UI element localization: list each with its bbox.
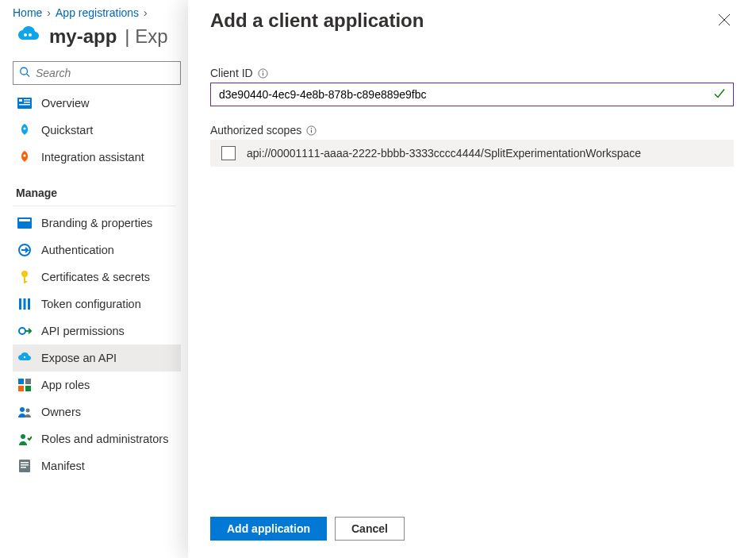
svg-point-9 (23, 127, 25, 129)
sidebar-item-label: API permissions (41, 325, 125, 337)
sidebar: OverviewQuickstartIntegration assistant … (0, 61, 187, 479)
sidebar-item-label: App roles (41, 379, 90, 391)
sidebar-item-label: Token configuration (41, 298, 141, 310)
svg-rect-17 (19, 298, 21, 310)
client-id-input[interactable] (210, 83, 734, 106)
svg-rect-29 (19, 460, 30, 472)
sidebar-item-label: Overview (41, 97, 89, 110)
manage-section-title: Manage (13, 171, 176, 206)
svg-rect-19 (28, 298, 30, 310)
chevron-right-icon: › (144, 6, 148, 19)
sidebar-item-api-permissions[interactable]: API permissions (13, 317, 181, 344)
search-icon (19, 67, 30, 80)
sidebar-item-label: Certificates & secrets (41, 271, 150, 283)
auth-icon (17, 243, 32, 257)
client-id-label: Client ID (210, 67, 734, 79)
svg-point-27 (26, 409, 30, 413)
svg-rect-32 (21, 467, 26, 468)
sidebar-item-branding-properties[interactable]: Branding & properties (13, 210, 181, 237)
breadcrumb-home[interactable]: Home (13, 6, 42, 19)
sidebar-item-roles-and-administrators[interactable]: Roles and administrators (13, 425, 181, 452)
sidebar-item-label: Integration assistant (41, 151, 144, 164)
chevron-right-icon: › (47, 6, 51, 19)
svg-point-0 (24, 33, 27, 37)
svg-rect-24 (18, 386, 24, 391)
page-subtitle: | Exp (125, 25, 167, 48)
svg-rect-31 (21, 464, 29, 466)
sidebar-item-token-configuration[interactable]: Token configuration (13, 291, 181, 317)
sidebar-item-integration-assistant[interactable]: Integration assistant (13, 144, 181, 171)
search-input[interactable] (13, 61, 181, 85)
approles-icon (17, 378, 32, 392)
expose-icon (17, 351, 32, 365)
sidebar-item-label: Branding & properties (41, 217, 152, 229)
svg-rect-8 (19, 104, 30, 106)
sidebar-search (13, 61, 181, 85)
svg-point-39 (311, 127, 312, 128)
authorized-scopes-label: Authorized scopes (210, 124, 734, 137)
svg-point-20 (19, 328, 25, 334)
svg-rect-30 (21, 462, 29, 464)
svg-line-3 (27, 74, 30, 77)
svg-rect-6 (24, 99, 30, 101)
svg-point-14 (21, 271, 28, 277)
svg-point-36 (262, 70, 263, 71)
svg-rect-18 (24, 298, 26, 310)
roles-icon (17, 432, 32, 446)
checkmark-icon (713, 87, 726, 102)
overview-icon (17, 96, 32, 110)
sidebar-item-label: Manifest (41, 460, 85, 472)
add-application-button[interactable]: Add application (210, 517, 327, 541)
scope-checkbox[interactable] (221, 146, 236, 160)
sidebar-item-label: Owners (41, 406, 81, 418)
svg-rect-23 (25, 379, 31, 384)
sidebar-item-label: Quickstart (41, 124, 93, 137)
sidebar-item-quickstart[interactable]: Quickstart (13, 117, 181, 144)
svg-point-10 (23, 154, 25, 156)
svg-point-2 (21, 67, 28, 75)
sidebar-item-certificates-secrets[interactable]: Certificates & secrets (13, 264, 181, 291)
owners-icon (17, 405, 32, 419)
sidebar-item-manifest[interactable]: Manifest (13, 452, 181, 479)
info-icon[interactable] (306, 125, 317, 136)
breadcrumb-appreg[interactable]: App registrations (56, 6, 139, 19)
panel-title: Add a client application (210, 10, 424, 32)
close-icon (718, 13, 731, 26)
svg-rect-37 (263, 72, 263, 75)
token-icon (17, 297, 32, 311)
svg-point-28 (21, 434, 25, 439)
add-client-panel: Add a client application Client ID Autho… (188, 0, 756, 558)
svg-rect-25 (25, 386, 31, 391)
cancel-button[interactable]: Cancel (335, 517, 405, 541)
svg-rect-16 (24, 281, 27, 283)
close-button[interactable] (715, 10, 734, 32)
svg-point-21 (24, 356, 25, 358)
svg-rect-22 (18, 379, 24, 384)
sidebar-item-label: Expose an API (41, 352, 117, 364)
svg-rect-40 (311, 129, 312, 133)
cloud-app-icon (13, 24, 41, 48)
sidebar-item-label: Authentication (41, 244, 114, 256)
scope-row: api://00001111-aaaa-2222-bbbb-3333cccc44… (210, 140, 734, 167)
svg-rect-5 (19, 99, 22, 102)
sidebar-item-overview[interactable]: Overview (13, 90, 181, 117)
quickstart-icon (17, 123, 32, 137)
sidebar-item-label: Roles and administrators (41, 433, 168, 445)
scope-label: api://00001111-aaaa-2222-bbbb-3333cccc44… (247, 147, 641, 160)
branding-icon (17, 216, 32, 230)
sidebar-item-app-roles[interactable]: App roles (13, 371, 181, 398)
svg-point-1 (29, 33, 32, 37)
svg-point-26 (20, 407, 25, 412)
svg-rect-12 (19, 219, 30, 221)
key-icon (17, 270, 32, 284)
page-title: my-app (49, 25, 117, 48)
svg-rect-7 (24, 102, 30, 103)
sidebar-item-authentication[interactable]: Authentication (13, 237, 181, 264)
info-icon[interactable] (258, 68, 268, 79)
sidebar-item-owners[interactable]: Owners (13, 398, 181, 425)
rocket-icon (17, 150, 32, 164)
api-perm-icon (17, 324, 32, 338)
sidebar-item-expose-an-api[interactable]: Expose an API (13, 344, 181, 371)
manifest-icon (17, 459, 32, 473)
